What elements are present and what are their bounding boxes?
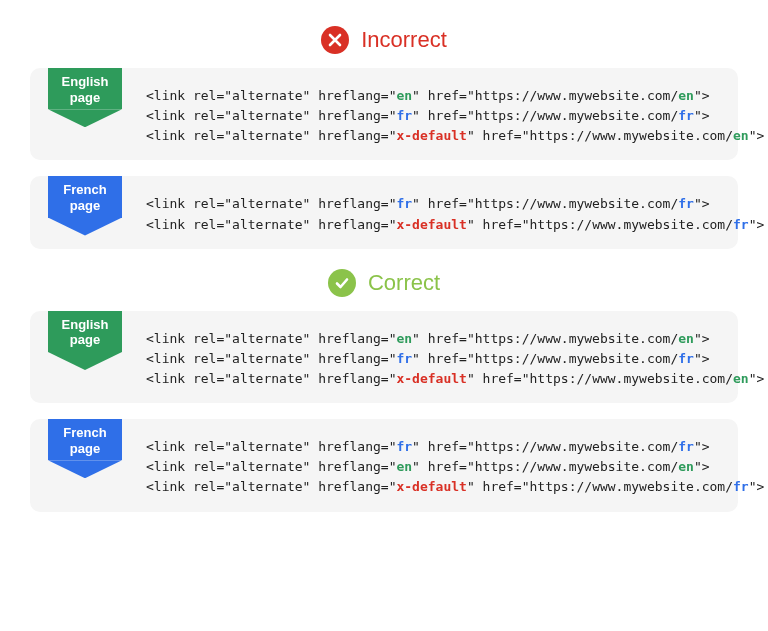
card-incorrect-french: French page <link rel="alternate" hrefla… bbox=[30, 176, 738, 248]
ribbon-label: page bbox=[52, 90, 118, 106]
code-block: <link rel="alternate" hreflang="en" href… bbox=[146, 325, 764, 389]
section-header-correct: Correct bbox=[30, 269, 738, 297]
ribbon-label: French bbox=[52, 425, 118, 441]
card-incorrect-english: English page <link rel="alternate" hrefl… bbox=[30, 68, 738, 160]
ribbon-english: English page bbox=[48, 311, 122, 352]
code-line: <link rel="alternate" hreflang="fr" href… bbox=[146, 349, 764, 369]
ribbon-french: French page bbox=[48, 419, 122, 460]
code-line: <link rel="alternate" hreflang="fr" href… bbox=[146, 437, 764, 457]
code-line: <link rel="alternate" hreflang="fr" href… bbox=[146, 194, 764, 214]
card-correct-english: English page <link rel="alternate" hrefl… bbox=[30, 311, 738, 403]
ribbon-label: English bbox=[52, 317, 118, 333]
code-line: <link rel="alternate" hreflang="x-defaul… bbox=[146, 126, 764, 146]
code-line: <link rel="alternate" hreflang="en" href… bbox=[146, 329, 764, 349]
card-correct-french: French page <link rel="alternate" hrefla… bbox=[30, 419, 738, 511]
code-line: <link rel="alternate" hreflang="x-defaul… bbox=[146, 215, 764, 235]
code-line: <link rel="alternate" hreflang="fr" href… bbox=[146, 106, 764, 126]
check-icon bbox=[328, 269, 356, 297]
code-line: <link rel="alternate" hreflang="x-defaul… bbox=[146, 477, 764, 497]
ribbon-english: English page bbox=[48, 68, 122, 109]
section-header-incorrect: Incorrect bbox=[30, 26, 738, 54]
ribbon-label: English bbox=[52, 74, 118, 90]
section-title-correct: Correct bbox=[368, 270, 440, 296]
code-block: <link rel="alternate" hreflang="en" href… bbox=[146, 82, 764, 146]
code-block: <link rel="alternate" hreflang="fr" href… bbox=[146, 190, 764, 234]
code-line: <link rel="alternate" hreflang="en" href… bbox=[146, 86, 764, 106]
section-title-incorrect: Incorrect bbox=[361, 27, 447, 53]
ribbon-french: French page bbox=[48, 176, 122, 217]
ribbon-label: page bbox=[52, 332, 118, 348]
cross-icon bbox=[321, 26, 349, 54]
code-block: <link rel="alternate" hreflang="fr" href… bbox=[146, 433, 764, 497]
ribbon-label: French bbox=[52, 182, 118, 198]
code-line: <link rel="alternate" hreflang="x-defaul… bbox=[146, 369, 764, 389]
code-line: <link rel="alternate" hreflang="en" href… bbox=[146, 457, 764, 477]
ribbon-label: page bbox=[52, 198, 118, 214]
ribbon-label: page bbox=[52, 441, 118, 457]
